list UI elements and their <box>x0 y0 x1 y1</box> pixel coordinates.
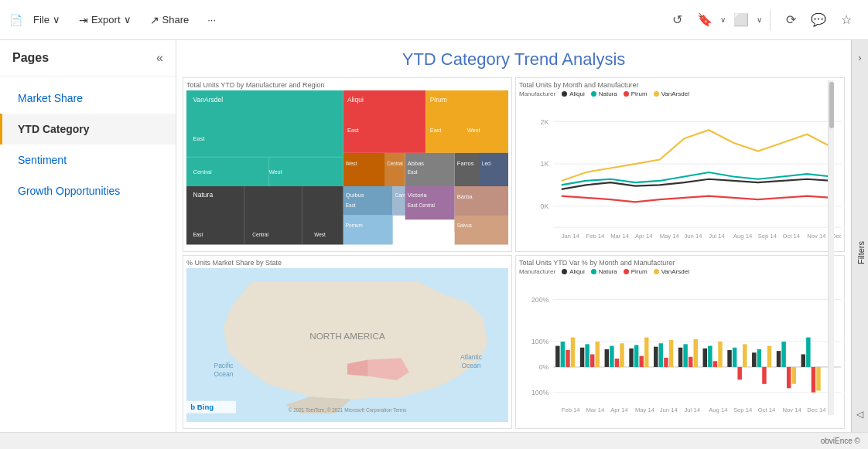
legend-vanarsdel: VanArsdel <box>654 90 689 97</box>
svg-rect-113 <box>678 347 682 366</box>
svg-rect-133 <box>801 354 805 366</box>
svg-text:Sep 14: Sep 14 <box>733 406 753 413</box>
svg-text:Jan 14: Jan 14 <box>562 233 580 240</box>
svg-rect-99 <box>590 354 594 366</box>
svg-text:Natura: Natura <box>193 191 214 199</box>
svg-text:Mar 14: Mar 14 <box>610 233 630 240</box>
bookmark-chevron-icon[interactable]: ∨ <box>720 15 726 24</box>
svg-rect-104 <box>620 343 624 367</box>
svg-text:Leci: Leci <box>482 161 491 166</box>
svg-text:May 14: May 14 <box>660 233 680 240</box>
bar-chart-legend: Manufacturer Aliqui Natura Pirum <box>519 268 841 275</box>
map-chart[interactable]: NORTH AMERICA Pacific Ocean Atlantic Oce… <box>186 268 508 423</box>
bar-chart-label: Total Units YTD Var % by Month and Manuf… <box>519 259 841 267</box>
treemap-chart[interactable]: VanArsdel East Central West Aliqui East … <box>186 90 508 245</box>
svg-text:2K: 2K <box>541 118 549 126</box>
svg-rect-122 <box>733 347 736 366</box>
sidebar-item-sentiment[interactable]: Sentiment <box>0 145 176 175</box>
svg-rect-128 <box>767 345 771 366</box>
report-title: YTD Category Trend Analysis <box>176 40 851 74</box>
bar-legend-natura: Natura <box>591 268 617 275</box>
content-area: YTD Category Trend Analysis Total Units … <box>176 40 851 432</box>
svg-text:East: East <box>193 232 203 237</box>
svg-text:Oct 14: Oct 14 <box>782 233 800 240</box>
sidebar-item-ytd-category[interactable]: YTD Category <box>0 114 176 145</box>
filters-tab[interactable]: Filters <box>853 236 868 269</box>
sound-button[interactable]: ◁ <box>852 403 869 426</box>
svg-text:West: West <box>314 232 326 237</box>
svg-rect-134 <box>806 337 810 366</box>
scrollbar-thumb[interactable] <box>829 82 834 128</box>
svg-rect-116 <box>694 338 698 366</box>
svg-rect-118 <box>708 345 712 366</box>
bookmark-button[interactable]: 🔖 <box>692 8 717 32</box>
svg-text:b Bing: b Bing <box>190 403 214 411</box>
svg-rect-102 <box>610 345 613 366</box>
main-area: Pages « Market Share YTD Category Sentim… <box>0 40 868 432</box>
svg-rect-120 <box>718 342 722 367</box>
svg-text:May 14: May 14 <box>635 406 655 413</box>
favorite-button[interactable]: ☆ <box>834 8 859 32</box>
export-button[interactable]: ⇥ Export ∨ <box>71 9 139 31</box>
share-button[interactable]: ↗ Share <box>142 9 197 31</box>
bar-chart-container: Total Units YTD Var % by Month and Manuf… <box>515 255 845 430</box>
svg-text:Dec 14: Dec 14 <box>807 406 826 413</box>
view-button[interactable]: ⬜ <box>729 8 754 32</box>
svg-rect-110 <box>659 343 663 367</box>
svg-rect-109 <box>654 346 658 366</box>
map-label: % Units Market Share by State <box>186 259 508 267</box>
more-button[interactable]: ··· <box>200 9 224 30</box>
bar-legend-pirum: Pirum <box>624 268 648 275</box>
export-icon: ⇥ <box>79 14 88 26</box>
legend-manufacturer-label: Manufacturer <box>519 90 555 97</box>
bar-chart[interactable]: 200% 100% 0% 100% Feb 14 Mar 14 Apr 14 M… <box>519 275 841 430</box>
svg-text:VanArsdel: VanArsdel <box>193 96 224 104</box>
sidebar-collapse-button[interactable]: « <box>156 51 163 65</box>
svg-rect-106 <box>634 345 638 366</box>
svg-text:Quibus: Quibus <box>346 192 364 199</box>
svg-rect-126 <box>757 349 761 366</box>
svg-text:Apr 14: Apr 14 <box>610 406 628 413</box>
svg-text:200%: 200% <box>531 295 549 303</box>
svg-text:100%: 100% <box>531 389 549 396</box>
svg-rect-22 <box>343 216 393 245</box>
svg-rect-135 <box>812 366 815 392</box>
svg-text:East: East <box>430 127 443 134</box>
svg-text:Ocean: Ocean <box>214 369 233 377</box>
line-chart[interactable]: 2K 1K 0K Jan 14 Feb 14 Mar 14 Apr 14 May… <box>519 97 841 252</box>
undo-button[interactable]: ↺ <box>665 8 689 32</box>
svg-text:Abbas: Abbas <box>408 160 424 167</box>
line-chart-container: Total Units by Month and Manufacturer Ma… <box>515 77 845 252</box>
comment-button[interactable]: 💬 <box>806 8 831 32</box>
svg-rect-121 <box>727 350 731 367</box>
collapse-right-button[interactable]: › <box>852 46 869 70</box>
svg-rect-107 <box>639 355 643 366</box>
sidebar-header: Pages « <box>0 40 176 77</box>
svg-rect-17 <box>343 186 393 216</box>
svg-text:Nov 14: Nov 14 <box>782 406 801 413</box>
sidebar-item-market-share[interactable]: Market Share <box>0 83 176 114</box>
vertical-scrollbar[interactable] <box>828 80 834 415</box>
file-button[interactable]: File ∨ <box>26 9 68 30</box>
svg-rect-127 <box>762 366 766 383</box>
file-icon: 📄 <box>9 14 22 26</box>
svg-text:Farros: Farros <box>457 160 474 167</box>
legend-dot-natura <box>591 91 596 97</box>
legend-dot-aliqui <box>562 91 567 97</box>
svg-rect-101 <box>605 349 609 366</box>
svg-text:Jul 14: Jul 14 <box>684 406 700 413</box>
bar-legend-manufacturer-label: Manufacturer <box>519 268 555 275</box>
svg-text:Nov 14: Nov 14 <box>807 233 826 240</box>
svg-rect-93 <box>555 345 559 366</box>
svg-text:Aliqui: Aliqui <box>347 96 364 104</box>
refresh-button[interactable]: ⟳ <box>778 8 803 32</box>
view-chevron-icon[interactable]: ∨ <box>757 15 762 24</box>
svg-text:Apr 14: Apr 14 <box>635 233 653 240</box>
svg-text:Jun 14: Jun 14 <box>684 233 702 240</box>
svg-text:Ocean: Ocean <box>461 362 480 369</box>
svg-rect-15 <box>384 153 405 186</box>
svg-text:West: West <box>467 127 481 134</box>
sidebar-item-growth-opportunities[interactable]: Growth Opportunities <box>0 175 176 206</box>
svg-rect-97 <box>580 347 584 366</box>
svg-rect-13 <box>343 153 384 186</box>
